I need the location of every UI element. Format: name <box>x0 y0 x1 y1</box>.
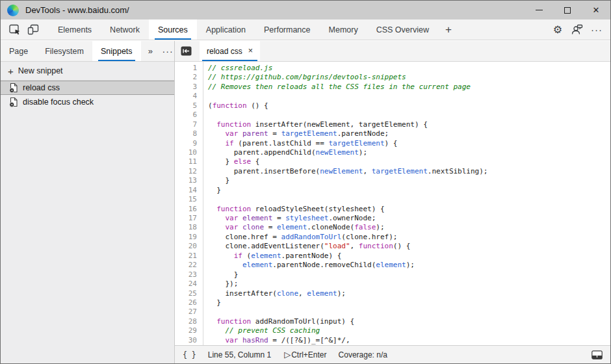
code-line: insertAfter(clone, element); <box>208 289 610 298</box>
code-line: parent.insertBefore(newElement, targetEl… <box>208 167 610 176</box>
device-emulation-button[interactable] <box>24 20 42 40</box>
code-line: // Removes then reloads all the CSS file… <box>208 83 610 92</box>
line-number: 5 <box>175 101 197 110</box>
editor-pane: reload css × 123456789101112131415161718… <box>175 41 610 363</box>
code-line: function insertAfter(newElement, targetE… <box>208 120 610 129</box>
cursor-position-label: Line 55, Column 1 <box>208 350 271 359</box>
code-editor[interactable]: 1234567891011121314151617181920212223242… <box>175 62 610 345</box>
braces-icon: { } <box>183 350 196 359</box>
line-number: 10 <box>175 148 197 157</box>
editor-tab-reload-css[interactable]: reload css × <box>200 41 260 61</box>
pretty-print-button[interactable]: { } <box>183 350 196 359</box>
add-panel-button[interactable]: + <box>438 20 459 40</box>
line-number: 4 <box>175 92 197 101</box>
snippet-list: reload css disable focus check <box>1 81 174 363</box>
inspect-element-button[interactable] <box>6 20 24 40</box>
tab-sources[interactable]: Sources <box>149 20 197 40</box>
tab-close-button[interactable]: × <box>248 47 253 55</box>
sources-sidebar: PageFilesystemSnippets»··· + New snippet… <box>1 41 175 363</box>
line-number: 27 <box>175 307 197 317</box>
line-number: 12 <box>175 167 197 176</box>
code-line: // cssreload.js <box>208 64 610 73</box>
line-number: 23 <box>175 270 197 280</box>
snippet-file-icon <box>9 97 18 107</box>
code-line: function reloadStyleSheet(stylesheet) { <box>208 205 610 214</box>
devtools-body: PageFilesystemSnippets»··· + New snippet… <box>1 41 610 363</box>
line-number: 8 <box>175 129 197 138</box>
sidebar-pane-tabs: PageFilesystemSnippets»··· <box>1 41 174 62</box>
maximize-icon <box>564 7 571 14</box>
ellipsis-icon: ··· <box>591 24 603 35</box>
device-emulation-icon <box>27 24 39 35</box>
feedback-button[interactable] <box>567 20 587 40</box>
code-line: }); <box>208 280 610 289</box>
window-title: DevTools - www.baidu.com/ <box>25 5 129 15</box>
pane-tab-page[interactable]: Page <box>1 41 36 61</box>
code-line: function addRandomToUrl(input) { <box>208 317 610 326</box>
editor-status-bar: { } Line 55, Column 1 ▷ Ctrl+Enter Cover… <box>175 345 610 363</box>
code-line: } else { <box>208 157 610 166</box>
close-button[interactable]: ✕ <box>582 1 610 20</box>
code-line: (function () { <box>208 101 610 110</box>
new-snippet-button[interactable]: + New snippet <box>1 62 174 81</box>
line-number: 19 <box>175 233 197 242</box>
run-shortcut-label: Ctrl+Enter <box>291 350 326 359</box>
main-toolbar: ElementsNetworkSourcesApplicationPerform… <box>1 20 610 40</box>
minimize-button[interactable] <box>525 1 553 20</box>
pane-tab-snippets[interactable]: Snippets <box>92 41 141 61</box>
line-number: 3 <box>175 83 197 92</box>
pane-overflow-button[interactable]: » <box>145 41 157 61</box>
line-number: 18 <box>175 223 197 232</box>
snippet-item-disable-focus-check[interactable]: disable focus check <box>1 95 174 109</box>
snippet-item-reload-css[interactable]: reload css <box>1 81 174 95</box>
line-number: 22 <box>175 261 197 270</box>
line-number: 28 <box>175 317 197 326</box>
code-line: if (element.parentNode) { <box>208 252 610 261</box>
settings-button[interactable]: ⚙ <box>548 20 567 40</box>
close-icon: ✕ <box>593 6 600 14</box>
code-line: var element = stylesheet.ownerNode; <box>208 214 610 223</box>
code-line: var parent = targetElement.parentNode; <box>208 129 610 138</box>
tab-memory[interactable]: Memory <box>320 20 367 40</box>
line-number: 7 <box>175 120 197 129</box>
code-line: // https://github.com/bgrins/devtools-sn… <box>208 73 610 82</box>
tab-css-overview[interactable]: CSS Overview <box>367 20 438 40</box>
toolbar-right-icons: ⚙ ··· <box>543 20 606 40</box>
plus-icon: + <box>8 66 14 76</box>
line-number: 1 <box>175 64 197 73</box>
code-line <box>208 92 610 101</box>
snippet-item-label: disable focus check <box>23 98 94 107</box>
code-line <box>208 307 610 317</box>
pane-tab-filesystem[interactable]: Filesystem <box>36 41 92 61</box>
dock-drawer-button[interactable] <box>592 350 603 359</box>
expand-drawer-icon <box>592 350 603 359</box>
line-number: 16 <box>175 205 197 214</box>
code-line: var hasRnd = /([?&])_=[^&]*/, <box>208 336 610 345</box>
code-line: clone.addEventListener("load", function(… <box>208 242 610 251</box>
play-icon: ▷ <box>284 350 291 359</box>
plus-icon: + <box>445 23 452 36</box>
line-number: 11 <box>175 157 197 166</box>
title-bar: DevTools - www.baidu.com/ ✕ <box>1 1 610 20</box>
main-panel-tabs: ElementsNetworkSourcesApplicationPerform… <box>49 20 438 40</box>
more-options-button[interactable]: ··· <box>587 20 606 40</box>
line-number: 15 <box>175 195 197 204</box>
line-number: 2 <box>175 73 197 82</box>
tab-application[interactable]: Application <box>197 20 255 40</box>
line-number: 14 <box>175 186 197 195</box>
code-line: } <box>208 176 610 185</box>
new-snippet-label: New snippet <box>18 66 63 75</box>
line-number: 29 <box>175 326 197 335</box>
tab-elements[interactable]: Elements <box>49 20 101 40</box>
tab-performance[interactable]: Performance <box>255 20 320 40</box>
navigator-toggle-button[interactable] <box>175 41 197 61</box>
maximize-button[interactable] <box>553 1 582 20</box>
coverage-label: Coverage: n/a <box>339 350 387 359</box>
line-number: 17 <box>175 214 197 223</box>
line-number: 13 <box>175 176 197 185</box>
tab-network[interactable]: Network <box>101 20 149 40</box>
code-line: element.parentNode.removeChild(element); <box>208 261 610 270</box>
line-number: 26 <box>175 298 197 307</box>
line-number: 9 <box>175 139 197 148</box>
pane-more-button[interactable]: ··· <box>161 41 174 61</box>
